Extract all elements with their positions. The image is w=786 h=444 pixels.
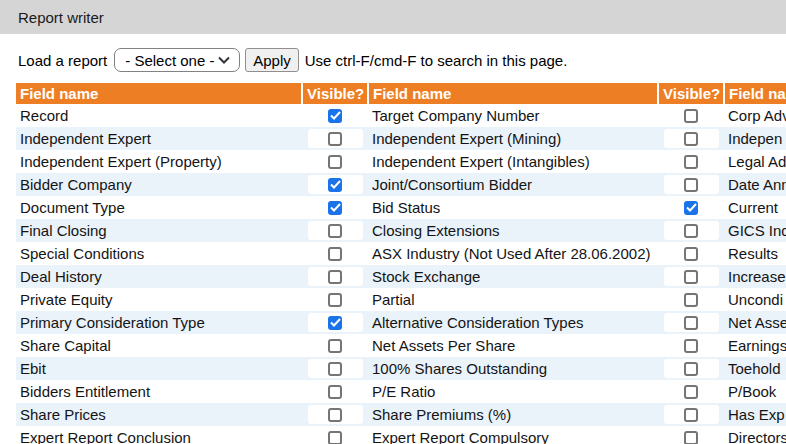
visible-checkbox[interactable]	[328, 431, 342, 444]
checkbox-well	[664, 336, 719, 355]
checkbox-well	[308, 106, 363, 125]
checkbox-well	[308, 221, 363, 240]
page-title: Report writer	[18, 9, 104, 26]
visible-checkbox[interactable]	[328, 247, 342, 261]
visible-checkbox[interactable]	[684, 132, 698, 146]
field-name-cell: Expert Report Conclusion	[16, 426, 302, 444]
table-row: Ebit100% Shares OutstandingToehold	[16, 357, 786, 380]
visible-checkbox[interactable]	[684, 385, 698, 399]
table-row: Private EquityPartialUncondi	[16, 288, 786, 311]
visible-cell	[302, 265, 368, 288]
field-name-cell: Expert Report Compulsory	[368, 426, 658, 444]
visible-checkbox[interactable]	[328, 362, 342, 376]
field-name-cell: Toehold	[724, 357, 786, 380]
checkbox-well	[308, 290, 363, 309]
visible-checkbox[interactable]	[684, 293, 698, 307]
field-name-cell: Primary Consideration Type	[16, 311, 302, 334]
visible-cell	[302, 311, 368, 334]
visible-cell	[302, 357, 368, 380]
visible-checkbox[interactable]	[328, 385, 342, 399]
field-name-cell: Joint/Consortium Bidder	[368, 173, 658, 196]
visible-cell	[658, 380, 724, 403]
visible-checkbox[interactable]	[684, 201, 698, 215]
table-header-row: Field nameVisible?Field nameVisible?Fiel…	[16, 83, 786, 104]
chevron-down-icon	[218, 56, 230, 64]
visible-checkbox[interactable]	[328, 316, 342, 330]
field-name-cell: Date Ann	[724, 173, 786, 196]
toolbar: Load a report - Select one - Apply Use c…	[18, 47, 786, 73]
visible-checkbox[interactable]	[328, 408, 342, 422]
visible-checkbox[interactable]	[328, 201, 342, 215]
field-name-cell: Final Closing	[16, 219, 302, 242]
report-select[interactable]: - Select one -	[114, 48, 240, 72]
table-row: Independent Expert (Property)Independent…	[16, 150, 786, 173]
visible-checkbox[interactable]	[684, 270, 698, 284]
checkbox-well	[308, 244, 363, 263]
visible-cell	[658, 173, 724, 196]
visible-checkbox[interactable]	[684, 316, 698, 330]
field-name-cell: Closing Extensions	[368, 219, 658, 242]
visible-cell	[658, 196, 724, 219]
checkbox-well	[308, 267, 363, 286]
checkbox-well	[664, 106, 719, 125]
fields-table: Field nameVisible?Field nameVisible?Fiel…	[16, 83, 786, 444]
visible-checkbox[interactable]	[684, 109, 698, 123]
visible-checkbox[interactable]	[328, 224, 342, 238]
visible-checkbox[interactable]	[684, 224, 698, 238]
table-row: Expert Report ConclusionExpert Report Co…	[16, 426, 786, 444]
field-name-cell: Indepen	[724, 127, 786, 150]
visible-checkbox[interactable]	[328, 339, 342, 353]
checkbox-well	[664, 405, 719, 424]
visible-cell	[658, 219, 724, 242]
visible-cell	[302, 173, 368, 196]
visible-cell	[302, 242, 368, 265]
visible-checkbox[interactable]	[328, 109, 342, 123]
apply-button[interactable]: Apply	[245, 48, 299, 72]
field-name-cell: Special Conditions	[16, 242, 302, 265]
checkbox-well	[308, 175, 363, 194]
table-row: Share CapitalNet Assets Per ShareEarning…	[16, 334, 786, 357]
visible-cell	[302, 127, 368, 150]
load-report-label: Load a report	[18, 52, 107, 69]
table-row: RecordTarget Company NumberCorp Adv	[16, 104, 786, 127]
visible-cell	[302, 334, 368, 357]
visible-cell	[658, 288, 724, 311]
field-name-cell: Partial	[368, 288, 658, 311]
field-name-cell: Alternative Consideration Types	[368, 311, 658, 334]
checkbox-well	[308, 129, 363, 148]
checkbox-well	[308, 359, 363, 378]
visible-checkbox[interactable]	[328, 178, 342, 192]
field-name-cell: P/E Ratio	[368, 380, 658, 403]
visible-checkbox[interactable]	[684, 155, 698, 169]
field-name-cell: Ebit	[16, 357, 302, 380]
visible-checkbox[interactable]	[684, 431, 698, 444]
field-name-cell: Net Asse	[724, 311, 786, 334]
table-row: Deal HistoryStock ExchangeIncrease	[16, 265, 786, 288]
visible-checkbox[interactable]	[684, 178, 698, 192]
visible-checkbox[interactable]	[328, 132, 342, 146]
visible-checkbox[interactable]	[328, 293, 342, 307]
field-name-cell: Independent Expert (Intangibles)	[368, 150, 658, 173]
checkbox-well	[664, 221, 719, 240]
visible-checkbox[interactable]	[684, 362, 698, 376]
field-name-cell: Target Company Number	[368, 104, 658, 127]
field-name-cell: Share Premiums (%)	[368, 403, 658, 426]
table-row: Final ClosingClosing ExtensionsGICS Ind	[16, 219, 786, 242]
visible-cell	[658, 104, 724, 127]
table-row: Document TypeBid StatusCurrent	[16, 196, 786, 219]
field-name-cell: Bidder Company	[16, 173, 302, 196]
field-name-cell: GICS Ind	[724, 219, 786, 242]
table-row: Primary Consideration TypeAlternative Co…	[16, 311, 786, 334]
visible-checkbox[interactable]	[684, 408, 698, 422]
checkbox-well	[308, 428, 363, 444]
checkbox-well	[308, 152, 363, 171]
checkbox-well	[664, 313, 719, 332]
field-name-cell: Stock Exchange	[368, 265, 658, 288]
visible-checkbox[interactable]	[328, 270, 342, 284]
visible-checkbox[interactable]	[684, 247, 698, 261]
field-name-cell: Bidders Entitlement	[16, 380, 302, 403]
visible-checkbox[interactable]	[328, 155, 342, 169]
checkbox-well	[308, 336, 363, 355]
visible-checkbox[interactable]	[684, 339, 698, 353]
visible-cell	[302, 426, 368, 444]
